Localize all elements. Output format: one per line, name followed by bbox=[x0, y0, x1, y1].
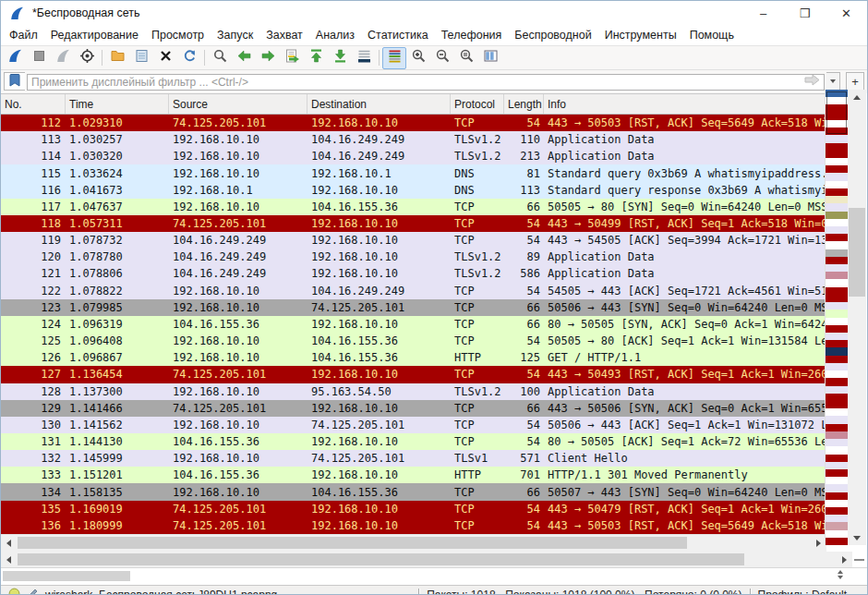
zoom-out-button[interactable] bbox=[430, 47, 454, 69]
spin-down-icon[interactable] bbox=[838, 576, 843, 579]
open-file-button[interactable] bbox=[105, 47, 129, 69]
packet-row[interactable]: 131 1.144130 104.16.155.36 192.168.10.10… bbox=[1, 433, 826, 450]
window-resize-grip[interactable] bbox=[852, 589, 863, 595]
find-packet-button[interactable] bbox=[208, 47, 232, 69]
packet-row[interactable]: 123 1.079985 192.168.10.10 74.125.205.10… bbox=[1, 299, 826, 316]
title-bar: *Беспроводная сеть – ❒ ✕ bbox=[1, 1, 867, 25]
go-to-bottom-button[interactable] bbox=[328, 47, 352, 69]
close-file-button[interactable] bbox=[153, 47, 177, 69]
minimap-stripe bbox=[826, 530, 848, 538]
column-header-length[interactable]: Length bbox=[504, 94, 544, 114]
packet-row[interactable]: 132 1.145999 192.168.10.10 74.125.205.10… bbox=[1, 450, 826, 467]
column-header-protocol[interactable]: Protocol bbox=[451, 94, 504, 114]
apply-filter-button[interactable] bbox=[802, 75, 822, 88]
go-back-button[interactable] bbox=[232, 47, 256, 69]
vertical-scrollbar[interactable] bbox=[848, 90, 866, 545]
capture-comment-icon[interactable] bbox=[27, 588, 39, 595]
packet-row[interactable]: 124 1.096319 104.16.155.36 192.168.10.10… bbox=[1, 316, 826, 333]
secondary-hscrollbar[interactable] bbox=[1, 552, 867, 567]
packet-row[interactable]: 125 1.096408 192.168.10.10 104.16.155.36… bbox=[1, 333, 826, 349]
packet-minimap[interactable] bbox=[825, 90, 848, 545]
maximize-button[interactable]: ❒ bbox=[784, 1, 826, 25]
go-to-top-button[interactable] bbox=[304, 47, 328, 69]
packet-row[interactable]: 113 1.030257 192.168.10.10 104.16.249.24… bbox=[1, 131, 826, 148]
packet-row[interactable]: 118 1.057311 74.125.205.101 192.168.10.1… bbox=[1, 215, 826, 232]
add-filter-button[interactable]: + bbox=[846, 72, 864, 91]
scroll-right-arrow-icon[interactable] bbox=[837, 552, 852, 567]
gear-icon bbox=[79, 48, 95, 67]
packet-row[interactable]: 134 1.158135 192.168.10.10 104.16.155.36… bbox=[1, 483, 826, 500]
zoom-original-button[interactable] bbox=[454, 47, 478, 69]
packet-row[interactable]: 129 1.141466 74.125.205.101 192.168.10.1… bbox=[1, 400, 826, 417]
menu-item-telephony[interactable]: Телефония bbox=[435, 29, 509, 42]
minimap-stripe bbox=[826, 462, 848, 469]
scroll-left-arrow-icon[interactable] bbox=[1, 552, 17, 567]
resize-columns-button[interactable] bbox=[478, 47, 502, 69]
stop-capture-button[interactable] bbox=[27, 47, 51, 69]
column-header-no[interactable]: No. bbox=[1, 94, 66, 114]
capture-options-button[interactable] bbox=[75, 47, 99, 69]
menu-item-file[interactable]: Файл bbox=[3, 29, 44, 42]
menu-item-tools[interactable]: Инструменты bbox=[598, 29, 683, 42]
column-header-destination[interactable]: Destination bbox=[307, 94, 451, 114]
packet-row[interactable]: 120 1.078780 104.16.249.249 192.168.10.1… bbox=[1, 249, 826, 265]
packet-row[interactable]: 114 1.030320 192.168.10.10 104.16.249.24… bbox=[1, 148, 826, 164]
go-forward-button[interactable] bbox=[256, 47, 280, 69]
packet-row[interactable]: 136 1.180999 74.125.205.101 192.168.10.1… bbox=[1, 517, 826, 534]
start-capture-button[interactable] bbox=[3, 47, 27, 69]
spin-up-icon[interactable] bbox=[838, 570, 843, 574]
menu-item-capture[interactable]: Захват bbox=[259, 29, 309, 42]
filter-bookmark-button[interactable] bbox=[4, 72, 25, 91]
minimize-button[interactable]: – bbox=[742, 1, 784, 25]
menu-item-view[interactable]: Просмотр bbox=[145, 29, 211, 42]
packet-row[interactable]: 117 1.047637 192.168.10.10 104.16.155.36… bbox=[1, 199, 826, 215]
packet-row[interactable]: 119 1.078732 104.16.249.249 192.168.10.1… bbox=[1, 232, 826, 249]
packet-row[interactable]: 133 1.151201 104.16.155.36 192.168.10.10… bbox=[1, 467, 826, 483]
scroll-left-arrow-icon[interactable] bbox=[1, 535, 17, 552]
scroll-up-arrow-icon[interactable] bbox=[848, 90, 866, 104]
display-filter-input[interactable] bbox=[27, 74, 825, 91]
profile-label[interactable]: Профиль: Default bbox=[758, 589, 848, 595]
colorize-packets-button[interactable] bbox=[382, 47, 406, 69]
zoom-in-button[interactable] bbox=[406, 47, 430, 69]
packet-row[interactable]: 112 1.029310 74.125.205.101 192.168.10.1… bbox=[1, 115, 826, 131]
menu-item-statistics[interactable]: Статистика bbox=[361, 29, 435, 42]
save-file-button[interactable] bbox=[129, 47, 153, 69]
expert-info-icon[interactable] bbox=[8, 588, 20, 595]
close-button[interactable]: ✕ bbox=[826, 1, 867, 25]
folder-icon bbox=[110, 48, 126, 67]
packet-row[interactable]: 126 1.096867 192.168.10.10 104.16.155.36… bbox=[1, 349, 826, 366]
column-header-info[interactable]: Info bbox=[544, 94, 826, 114]
column-header-source[interactable]: Source bbox=[169, 94, 307, 114]
hscroll-thumb[interactable] bbox=[18, 537, 687, 549]
menu-item-wireless[interactable]: Беспроводной bbox=[508, 29, 597, 42]
packet-list-hscrollbar[interactable] bbox=[1, 534, 826, 552]
menu-item-edit[interactable]: Редактирование bbox=[44, 29, 145, 42]
pane-thumb-block[interactable] bbox=[3, 571, 130, 581]
menu-item-go[interactable]: Запуск bbox=[211, 29, 259, 42]
packet-row[interactable]: 116 1.041673 192.168.10.1 192.168.10.10 … bbox=[1, 182, 826, 199]
minimap-stripe bbox=[826, 257, 848, 264]
pane-spin-control[interactable] bbox=[838, 570, 843, 579]
packet-row[interactable]: 130 1.141562 192.168.10.10 74.125.205.10… bbox=[1, 417, 826, 433]
menu-item-help[interactable]: Помощь bbox=[683, 29, 741, 42]
capture-filename[interactable]: wireshark_Беспроводная сетьJ89DU1.pcapng bbox=[45, 589, 277, 595]
packet-row[interactable]: 135 1.169019 74.125.205.101 192.168.10.1… bbox=[1, 501, 826, 517]
vscroll-thumb[interactable] bbox=[849, 208, 865, 297]
packet-row[interactable]: 115 1.033624 192.168.10.10 192.168.10.1 … bbox=[1, 164, 826, 181]
packet-row[interactable]: 122 1.078822 192.168.10.10 104.16.249.24… bbox=[1, 283, 826, 299]
menu-item-analyze[interactable]: Анализ bbox=[309, 29, 361, 42]
hscroll-track[interactable] bbox=[1, 552, 852, 567]
hscroll-thumb[interactable] bbox=[18, 553, 744, 565]
auto-scroll-button[interactable] bbox=[352, 47, 376, 69]
restart-capture-button[interactable] bbox=[51, 47, 75, 69]
go-to-packet-button[interactable] bbox=[280, 47, 304, 69]
scroll-down-arrow-icon[interactable] bbox=[848, 530, 866, 545]
column-header-time[interactable]: Time bbox=[66, 94, 169, 114]
packet-row[interactable]: 127 1.136454 74.125.205.101 192.168.10.1… bbox=[1, 366, 826, 382]
pane-resize-grip[interactable] bbox=[854, 559, 864, 561]
filter-dropdown-button[interactable] bbox=[826, 72, 840, 91]
packet-row[interactable]: 128 1.137300 192.168.10.10 95.163.54.50 … bbox=[1, 383, 826, 400]
packet-row[interactable]: 121 1.078806 104.16.249.249 192.168.10.1… bbox=[1, 265, 826, 282]
reload-file-button[interactable] bbox=[177, 47, 201, 69]
